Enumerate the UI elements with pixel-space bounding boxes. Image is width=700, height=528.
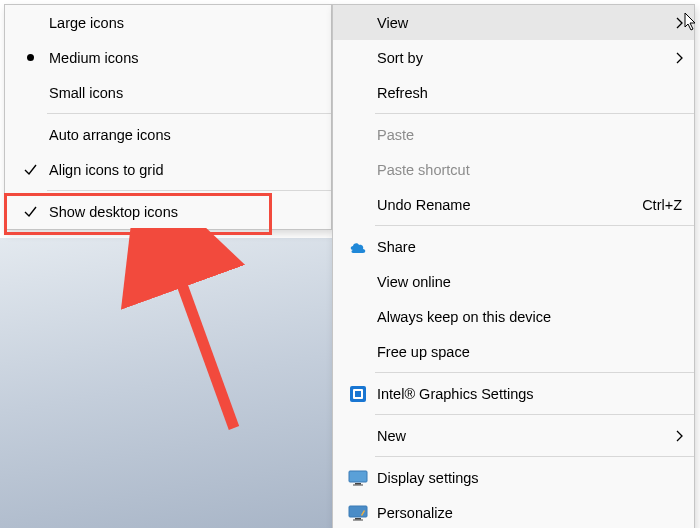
label: Display settings [375, 470, 682, 486]
desktop-context-menu: View Sort by Refresh Paste Paste shortcu… [332, 4, 695, 528]
menu-separator [375, 414, 694, 415]
onedrive-share-icon [341, 241, 375, 253]
menu-item-medium-icons[interactable]: Medium icons [5, 40, 331, 75]
label: Refresh [375, 85, 682, 101]
label: Show desktop icons [47, 204, 319, 220]
menu-item-intel-graphics[interactable]: Intel® Graphics Settings [333, 376, 694, 411]
label: Share [375, 239, 682, 255]
view-submenu: Large icons Medium icons Small icons Aut… [4, 4, 332, 230]
svg-rect-7 [355, 518, 361, 520]
menu-item-personalize[interactable]: Personalize [333, 495, 694, 528]
menu-item-new[interactable]: New [333, 418, 694, 453]
svg-rect-2 [355, 391, 361, 397]
menu-item-paste: Paste [333, 117, 694, 152]
menu-separator [375, 372, 694, 373]
label: Large icons [47, 15, 319, 31]
chevron-right-icon [675, 429, 684, 443]
chevron-right-icon [675, 16, 684, 30]
label: View online [375, 274, 682, 290]
menu-item-small-icons[interactable]: Small icons [5, 75, 331, 110]
desktop-background [0, 238, 332, 528]
menu-item-sort-by[interactable]: Sort by [333, 40, 694, 75]
menu-item-align-grid[interactable]: Align icons to grid [5, 152, 331, 187]
menu-separator [375, 113, 694, 114]
svg-rect-3 [349, 471, 367, 482]
menu-item-always-keep[interactable]: Always keep on this device [333, 299, 694, 334]
menu-item-show-desktop-icons[interactable]: Show desktop icons [5, 194, 331, 229]
label: Intel® Graphics Settings [375, 386, 682, 402]
label: Sort by [375, 50, 682, 66]
svg-rect-4 [355, 483, 361, 485]
menu-item-share[interactable]: Share [333, 229, 694, 264]
chevron-right-icon [675, 51, 684, 65]
label: Personalize [375, 505, 682, 521]
label: Small icons [47, 85, 319, 101]
mouse-cursor-icon [684, 12, 698, 32]
label: Paste [375, 127, 682, 143]
menu-separator [47, 113, 331, 114]
menu-item-auto-arrange[interactable]: Auto arrange icons [5, 117, 331, 152]
label: Undo Rename [375, 197, 626, 213]
label: Always keep on this device [375, 309, 682, 325]
menu-separator [375, 456, 694, 457]
menu-separator [47, 190, 331, 191]
label: Paste shortcut [375, 162, 682, 178]
label: Medium icons [47, 50, 319, 66]
menu-item-undo-rename[interactable]: Undo Rename Ctrl+Z [333, 187, 694, 222]
radio-selected-icon [13, 54, 47, 61]
label: View [375, 15, 682, 31]
checkmark-icon [13, 162, 47, 177]
personalize-icon [341, 505, 375, 521]
label: New [375, 428, 682, 444]
intel-graphics-icon [341, 385, 375, 403]
label: Free up space [375, 344, 682, 360]
menu-item-display-settings[interactable]: Display settings [333, 460, 694, 495]
menu-separator [375, 225, 694, 226]
menu-item-refresh[interactable]: Refresh [333, 75, 694, 110]
menu-item-view-online[interactable]: View online [333, 264, 694, 299]
menu-item-free-up-space[interactable]: Free up space [333, 334, 694, 369]
display-settings-icon [341, 470, 375, 486]
label: Auto arrange icons [47, 127, 319, 143]
svg-rect-8 [353, 519, 363, 520]
svg-rect-5 [353, 484, 363, 485]
checkmark-icon [13, 204, 47, 219]
menu-item-paste-shortcut: Paste shortcut [333, 152, 694, 187]
menu-item-large-icons[interactable]: Large icons [5, 5, 331, 40]
menu-item-view[interactable]: View [333, 5, 694, 40]
label: Align icons to grid [47, 162, 319, 178]
keyboard-shortcut: Ctrl+Z [626, 197, 682, 213]
